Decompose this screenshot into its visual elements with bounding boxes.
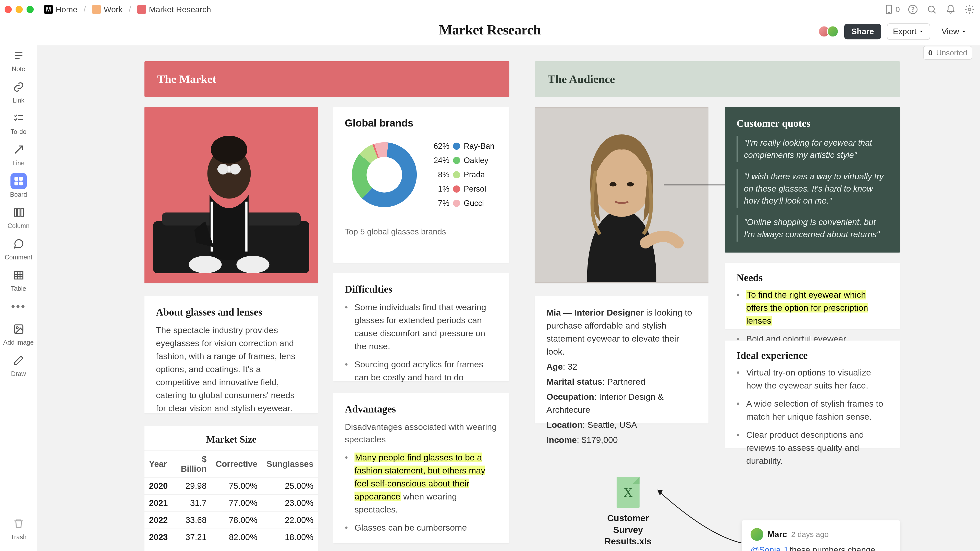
- cell-billion: 33.68: [172, 512, 211, 529]
- cell-sunglasses: 22.00%: [262, 512, 318, 529]
- card-global-brands[interactable]: Global brands 62%Ray-Ban24%Oakley8%Prada…: [333, 107, 509, 263]
- table-row: 2021 31.7 77.00% 23.00%: [145, 495, 318, 512]
- tool-table[interactable]: Table: [3, 265, 34, 295]
- cell-year: 2021: [145, 495, 172, 512]
- legend-label: Gucci: [464, 199, 484, 208]
- presence-avatars[interactable]: [821, 25, 838, 37]
- cell-corrective: 82.00%: [211, 529, 262, 546]
- svg-rect-20: [14, 272, 23, 279]
- breadcrumb-home[interactable]: M Home: [41, 4, 80, 15]
- card-about[interactable]: About glasses and lenses The spectacle i…: [145, 296, 318, 413]
- left-toolbar: Note Link To-do Line Board Column Commen…: [0, 41, 37, 551]
- breadcrumb-label: Home: [56, 5, 77, 14]
- tool-note[interactable]: Note: [3, 45, 34, 75]
- persona-occupation: Occupation: Interior Design & Architecur…: [546, 390, 697, 416]
- breadcrumb-label: Work: [103, 5, 123, 14]
- tool-todo[interactable]: To-do: [3, 108, 34, 138]
- card-difficulties[interactable]: Difficulties Some individuals find that …: [333, 273, 509, 381]
- notifications-button[interactable]: [945, 3, 956, 15]
- unsorted-label: Unsorted: [936, 48, 967, 57]
- card-ideal-experience[interactable]: Ideal experience Virtual try-on options …: [725, 341, 900, 448]
- help-button[interactable]: [907, 3, 919, 15]
- maximize-window-icon[interactable]: [27, 6, 34, 13]
- chevron-down-icon: [961, 29, 967, 34]
- mention-link[interactable]: @Sonia J: [751, 545, 788, 551]
- comment-header: Marc 2 days ago: [751, 528, 891, 541]
- bell-icon: [945, 4, 956, 14]
- breadcrumb-work[interactable]: Work: [89, 4, 125, 15]
- tool-line[interactable]: Line: [3, 140, 34, 169]
- legend-swatch: [453, 157, 460, 164]
- market-hero-image[interactable]: [145, 107, 318, 283]
- persona-portrait-illustration: [535, 107, 708, 283]
- list-item: Clear product descriptions and reviews t…: [737, 428, 888, 467]
- cell-corrective: 77.00%: [211, 495, 262, 512]
- device-indicator[interactable]: 0: [884, 4, 900, 14]
- card-needs[interactable]: Needs To find the right eyewear which of…: [725, 263, 900, 329]
- tool-column[interactable]: Column: [3, 202, 34, 232]
- card-body-text: The spectacle industry provides eyeglass…: [156, 324, 307, 415]
- legend-swatch: [453, 186, 460, 192]
- audience-hero-image[interactable]: [535, 107, 708, 283]
- card-customer-quotes[interactable]: Customer quotes "I'm really looking for …: [725, 107, 900, 252]
- comment-card[interactable]: Marc 2 days ago @Sonia J these numbers c…: [741, 520, 900, 551]
- quote: "Online shopping is convenient, but I'm …: [737, 215, 888, 241]
- table-row: 2022 33.68 78.00% 22.00%: [145, 512, 318, 529]
- svg-point-26: [16, 327, 18, 329]
- card-title: Difficulties: [345, 283, 498, 295]
- svg-point-31: [211, 136, 247, 164]
- unsorted-count: 0: [928, 48, 932, 57]
- table-icon: [13, 270, 24, 281]
- export-button[interactable]: Export: [887, 23, 930, 40]
- tool-add-image[interactable]: Add image: [3, 319, 34, 349]
- work-folder-icon: [92, 5, 101, 14]
- card-title: Market Size: [145, 433, 318, 445]
- highlighted-text: To find the right eyewear which offers t…: [746, 290, 868, 326]
- settings-button[interactable]: [964, 3, 975, 15]
- tool-trash[interactable]: Trash: [3, 513, 34, 543]
- section-header-audience[interactable]: The Audience: [535, 61, 900, 97]
- titlebar: M Home / Work / Market Research 0: [0, 0, 980, 19]
- card-title: Advantages: [345, 403, 498, 415]
- cell-sunglasses: 18.00%: [262, 529, 318, 546]
- share-button[interactable]: Share: [844, 24, 881, 39]
- legend-pct: 8%: [429, 170, 449, 179]
- persona-marital: Marital status: Partnered: [546, 375, 697, 388]
- tool-label: Trash: [11, 534, 27, 541]
- svg-point-4: [928, 6, 934, 12]
- search-button[interactable]: [926, 3, 938, 15]
- legend-row: 24%Oakley: [429, 156, 495, 165]
- canvas[interactable]: 0 Unsorted The Market The Audience About…: [37, 41, 980, 551]
- card-title: Customer quotes: [737, 118, 888, 129]
- breadcrumb-market-research[interactable]: Market Research: [135, 4, 213, 15]
- tool-board[interactable]: Board: [3, 171, 34, 201]
- section-header-market[interactable]: The Market: [145, 61, 509, 97]
- tool-draw[interactable]: Draw: [3, 350, 34, 380]
- comment-author: Marc: [767, 530, 787, 539]
- breadcrumb-separator: /: [83, 5, 86, 14]
- list-item: A wide selection of stylish frames to ma…: [737, 397, 888, 423]
- card-persona[interactable]: Mia — Interior Designer is looking to pu…: [535, 296, 708, 424]
- card-title: Global brands: [345, 118, 498, 129]
- tool-comment[interactable]: Comment: [3, 233, 34, 264]
- table-header: Sunglasses: [262, 451, 318, 478]
- view-button[interactable]: View: [936, 24, 972, 39]
- tool-more[interactable]: •••: [3, 297, 34, 318]
- chevron-down-icon: [918, 29, 924, 34]
- svg-point-35: [189, 256, 221, 273]
- card-title: About glasses and lenses: [156, 306, 307, 318]
- card-advantages[interactable]: Advantages Disadvantages associated with…: [333, 393, 509, 543]
- tool-link[interactable]: Link: [3, 77, 34, 106]
- file-attachment[interactable]: X Customer Survey Results.xls 427 KB: [593, 477, 662, 551]
- table-row: 2023 37.21 82.00% 18.00%: [145, 529, 318, 546]
- gear-icon: [964, 4, 975, 14]
- unsorted-indicator[interactable]: 0 Unsorted: [923, 46, 972, 60]
- close-window-icon[interactable]: [5, 6, 12, 13]
- minimize-window-icon[interactable]: [16, 6, 23, 13]
- table-header: $ Billion: [172, 451, 211, 478]
- legend-pct: 24%: [429, 156, 449, 165]
- search-icon: [927, 4, 937, 14]
- quote: "I wish there was a way to virtually try…: [737, 169, 888, 208]
- svg-point-40: [627, 182, 634, 186]
- card-market-size[interactable]: Market Size Year $ Billion Corrective Su…: [145, 426, 318, 551]
